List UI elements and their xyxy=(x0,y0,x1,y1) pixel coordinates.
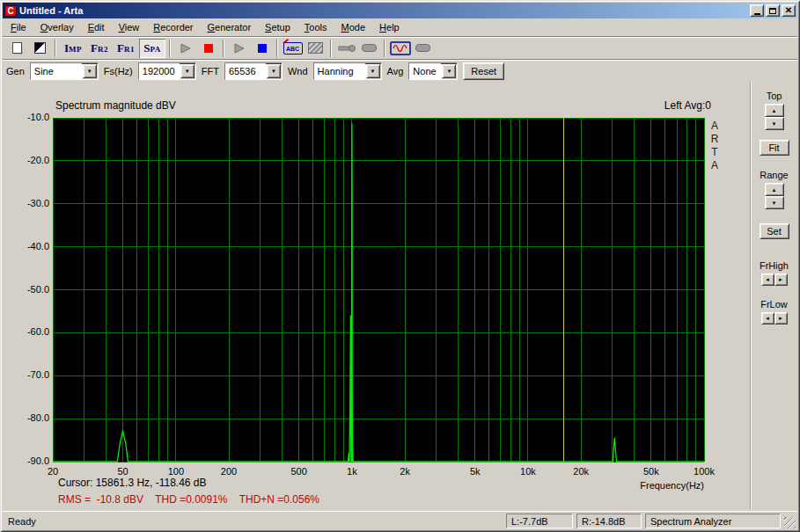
hatched-disabled-icon xyxy=(308,42,323,54)
menu-item-generator[interactable]: Generator xyxy=(201,20,259,34)
frhigh-label: FrHigh xyxy=(760,260,789,271)
mode-button-fr2[interactable]: FR2 xyxy=(86,39,113,58)
y-tick-label: -90.0 xyxy=(7,455,49,466)
overlay-icon xyxy=(34,42,46,54)
gen-label: Gen xyxy=(6,66,25,77)
sine-wave-icon xyxy=(390,41,411,55)
top-down-button[interactable]: ▼ xyxy=(765,117,784,130)
mode-button-fr1[interactable]: FR1 xyxy=(113,39,139,58)
frlow-right-button[interactable]: ► xyxy=(774,312,788,324)
wnd-combobox[interactable]: Hanning ▼ xyxy=(313,62,382,80)
avg-combobox[interactable]: None ▼ xyxy=(408,62,458,80)
x-tick-label: 20 xyxy=(48,466,58,477)
close-button[interactable]: ✕ xyxy=(782,4,796,17)
generator-stop-button[interactable] xyxy=(251,39,273,58)
y-tick-label: -50.0 xyxy=(7,284,49,295)
client-area: Spectrum magnitude dBV Left Avg:0 -10.0-… xyxy=(3,82,797,509)
record-stop-icon xyxy=(204,44,213,53)
capsule-tool2-button[interactable] xyxy=(412,39,434,58)
overlay-button[interactable] xyxy=(29,39,51,58)
probe-button[interactable] xyxy=(335,39,357,58)
arrow-right-icon: ► xyxy=(778,316,783,321)
menu-item-edit[interactable]: Edit xyxy=(81,20,112,34)
range-up-button[interactable]: ▲ xyxy=(765,183,784,196)
minimize-icon xyxy=(754,13,760,15)
menu-item-tools[interactable]: Tools xyxy=(297,20,334,34)
play-icon xyxy=(180,43,192,54)
fs-value: 192000 xyxy=(139,63,180,79)
y-tick-label: -10.0 xyxy=(7,112,49,122)
fit-button[interactable]: Fit xyxy=(760,140,789,156)
title-bar[interactable]: C Untitled - Arta ✕ xyxy=(3,3,797,18)
top-up-button[interactable]: ▲ xyxy=(765,104,784,117)
frhigh-right-button[interactable]: ► xyxy=(774,273,788,286)
key-icon xyxy=(338,44,356,53)
set-button[interactable]: Set xyxy=(760,223,789,239)
x-tick-label: 50 xyxy=(117,466,128,477)
mode-button-imp[interactable]: IMP xyxy=(60,39,86,58)
mode-button-group: IMPFR2FR1SPA xyxy=(60,39,165,58)
calibrate-button[interactable]: ABC xyxy=(282,39,304,58)
chart-panel: Spectrum magnitude dBV Left Avg:0 -10.0-… xyxy=(7,82,750,509)
capsule-icon xyxy=(415,44,430,52)
spectrum-plot[interactable] xyxy=(7,82,750,509)
chevron-down-icon[interactable]: ▼ xyxy=(366,64,380,78)
fs-combobox[interactable]: 192000 ▼ xyxy=(138,62,196,80)
status-right-level: R:-14.8dB xyxy=(576,514,642,528)
menu-item-view[interactable]: View xyxy=(112,20,147,34)
menu-item-file[interactable]: File xyxy=(4,20,33,34)
fft-combobox[interactable]: 65536 ▼ xyxy=(224,62,283,80)
smoothing-button[interactable] xyxy=(305,39,327,58)
wnd-value: Hanning xyxy=(314,63,365,79)
menu-item-recorder[interactable]: Recorder xyxy=(146,20,200,34)
mode-button-spa[interactable]: SPA xyxy=(139,39,165,58)
chevron-down-icon[interactable]: ▼ xyxy=(83,64,97,78)
avg-label: Avg xyxy=(387,66,404,77)
x-tick-label: 1k xyxy=(347,466,357,477)
close-icon: ✕ xyxy=(785,6,792,15)
signal-generator-button[interactable] xyxy=(389,39,411,58)
status-bar: Ready L:-7.7dB R:-14.8dB Spectrum Analyz… xyxy=(3,511,797,529)
y-tick-label: -30.0 xyxy=(7,198,49,208)
top-label: Top xyxy=(767,91,782,101)
fft-label: FFT xyxy=(202,66,219,77)
record-play-button[interactable] xyxy=(174,39,196,58)
reset-button[interactable]: Reset xyxy=(463,62,504,80)
fft-value: 65536 xyxy=(225,63,266,79)
generator-play-button[interactable] xyxy=(228,39,250,58)
menu-item-help[interactable]: Help xyxy=(372,20,407,34)
toolbar-separator xyxy=(223,40,224,57)
resize-grip[interactable] xyxy=(784,517,796,528)
arta-watermark: ARTA xyxy=(708,120,721,172)
chevron-down-icon[interactable]: ▼ xyxy=(180,64,194,78)
x-tick-label: 20k xyxy=(573,466,589,477)
toolbar-separator xyxy=(169,40,171,57)
toolbar: IMPFR2FR1SPA ABC xyxy=(3,36,797,59)
frhigh-left-button[interactable]: ◄ xyxy=(761,273,774,286)
new-file-button[interactable] xyxy=(6,39,28,58)
x-tick-label: 100 xyxy=(168,466,184,477)
status-left-level: L:-7.7dB xyxy=(506,514,573,528)
arrow-left-icon: ◄ xyxy=(765,316,770,321)
status-ready: Ready xyxy=(4,515,503,528)
maximize-icon xyxy=(769,8,776,14)
menu-item-setup[interactable]: Setup xyxy=(258,20,297,34)
frlow-left-button[interactable]: ◄ xyxy=(761,312,774,324)
app-logo-icon[interactable]: C xyxy=(4,5,17,17)
y-tick-label: -70.0 xyxy=(7,369,49,380)
menu-item-mode[interactable]: Mode xyxy=(334,20,373,34)
chevron-down-icon[interactable]: ▼ xyxy=(267,64,281,78)
fs-label: Fs(Hz) xyxy=(104,66,133,77)
chevron-down-icon[interactable]: ▼ xyxy=(442,64,456,78)
avg-status-label: Left Avg:0 xyxy=(614,99,711,112)
minimize-button[interactable] xyxy=(750,4,764,17)
range-down-button[interactable]: ▼ xyxy=(765,196,784,209)
avg-value: None xyxy=(409,63,441,79)
gen-combobox[interactable]: Sine ▼ xyxy=(30,62,99,80)
capsule-tool-button[interactable] xyxy=(358,39,380,58)
arrow-up-icon: ▲ xyxy=(772,108,777,113)
record-stop-button[interactable] xyxy=(197,39,219,58)
arrow-left-icon: ◄ xyxy=(765,277,770,282)
maximize-button[interactable] xyxy=(766,4,780,17)
menu-item-overlay[interactable]: Overlay xyxy=(33,20,81,34)
